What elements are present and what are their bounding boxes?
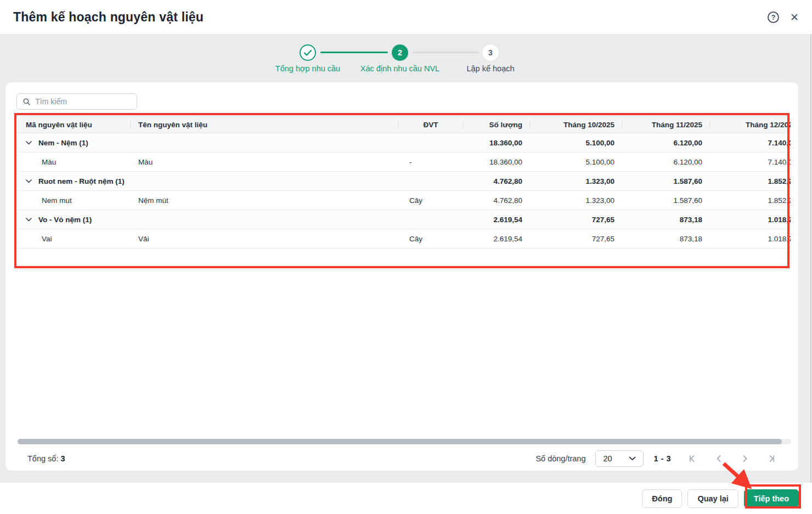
last-page-icon[interactable] (765, 453, 777, 465)
material-name: Nệm mút (131, 191, 398, 210)
titlebar-icons: ? ✕ (768, 12, 799, 23)
rows-per-page-select[interactable]: 20 (595, 450, 644, 467)
group-month-11: 6.120,00 (622, 133, 710, 152)
right-edge-divider (810, 34, 811, 483)
total-count-value: 3 (60, 454, 65, 463)
group-month-10: 5.100,00 (530, 133, 622, 152)
horizontal-scrollbar-track[interactable] (18, 439, 791, 444)
group-label: Vo - Vỏ nệm (1) (38, 216, 92, 224)
step-2-active-circle[interactable]: 2 (392, 44, 408, 61)
material-month-12: 1.852,20 (710, 191, 791, 210)
table-header-row: Mã nguyên vật liệu Tên nguyên vật liệu Đ… (18, 117, 791, 133)
material-month-10: 1.323,00 (530, 191, 622, 210)
column-header-name: Tên nguyên vật liệu (131, 117, 398, 133)
step-3-label: Lập kế hoạch (466, 64, 514, 73)
step-2-label: Xác định nhu cầu NVL (360, 64, 439, 73)
step-3-circle[interactable]: 3 (482, 44, 499, 61)
table-row[interactable]: Vai Vải Cây 2.619,54 727,65 873,18 1.018… (18, 229, 791, 248)
table-row[interactable]: Màu Màu - 18.360,00 5.100,00 6.120,00 7.… (18, 152, 791, 172)
material-name: Vải (131, 229, 398, 248)
group-quantity: 4.762,80 (463, 172, 530, 190)
group-month-12: 7.140,00 (710, 133, 791, 152)
material-month-10: 727,65 (530, 229, 622, 248)
material-unit: Cây (398, 191, 463, 210)
search-icon (23, 98, 30, 106)
group-month-12: 1.018,71 (710, 210, 791, 229)
pager-buttons (686, 453, 777, 465)
group-month-11: 873,18 (622, 210, 710, 229)
table-group-row[interactable]: Nem - Nệm (1) 18.360,00 5.100,00 6.120,0… (18, 133, 791, 152)
table-group-row[interactable]: Vo - Vỏ nệm (1) 2.619,54 727,65 873,18 1… (18, 210, 791, 229)
material-code: Nem mut (18, 191, 131, 210)
rows-per-page-value: 20 (603, 454, 612, 463)
group-label: Ruot nem - Ruột nệm (1) (38, 177, 125, 185)
material-plan-modal: Thêm kế hoạch nguyên vật liệu ? ✕ 2 3 Tổ… (0, 0, 812, 514)
material-month-11: 6.120,00 (622, 152, 710, 171)
stepper-connector-done (320, 52, 388, 53)
total-count: Tổng số:3 (27, 454, 65, 463)
materials-table: Mã nguyên vật liệu Tên nguyên vật liệu Đ… (18, 116, 791, 270)
total-count-label: Tổng số: (27, 454, 58, 463)
material-name: Màu (131, 152, 398, 171)
material-month-10: 5.100,00 (530, 152, 622, 171)
table-footer: Tổng số:3 Số dòng/trang 20 1 - 3 (18, 449, 777, 468)
material-unit: - (398, 152, 463, 171)
help-icon[interactable]: ? (768, 12, 779, 23)
group-month-12: 1.852,20 (710, 172, 791, 190)
chevron-down-icon[interactable] (26, 179, 32, 183)
pagination-controls: Số dòng/trang 20 1 - 3 (535, 450, 777, 467)
modal-titlebar: Thêm kế hoạch nguyên vật liệu ? ✕ (0, 0, 812, 34)
next-page-icon[interactable] (739, 453, 751, 465)
horizontal-scrollbar-thumb[interactable] (18, 439, 782, 444)
next-button[interactable]: Tiếp theo (744, 489, 799, 508)
material-month-12: 7.140,00 (710, 152, 791, 171)
material-quantity: 18.360,00 (463, 152, 530, 171)
column-header-month-12: Tháng 12/2025 (710, 117, 791, 133)
first-page-icon[interactable] (686, 453, 698, 465)
column-header-code: Mã nguyên vật liệu (18, 117, 131, 133)
material-month-11: 873,18 (622, 229, 710, 248)
group-quantity: 2.619,54 (463, 210, 530, 229)
material-quantity: 4.762,80 (463, 191, 530, 210)
modal-footer: Đóng Quay lại Tiếp theo (0, 483, 812, 514)
column-header-month-10: Tháng 10/2025 (530, 117, 622, 133)
material-code: Màu (18, 152, 131, 171)
step-1-label: Tổng hợp nhu cầu (275, 64, 340, 73)
search-input[interactable] (35, 97, 131, 106)
material-unit: Cây (398, 229, 463, 248)
column-header-unit: ĐVT (398, 117, 463, 133)
table-group-row[interactable]: Ruot nem - Ruột nệm (1) 4.762,80 1.323,0… (18, 172, 791, 191)
group-month-10: 727,65 (530, 210, 622, 229)
back-button[interactable]: Quay lại (687, 489, 738, 508)
group-label: Nem - Nệm (1) (38, 139, 88, 147)
check-icon (303, 49, 312, 57)
material-code: Vai (18, 229, 131, 248)
close-icon[interactable]: ✕ (790, 12, 799, 22)
search-box[interactable] (16, 93, 137, 110)
material-month-12: 1.018,71 (710, 229, 791, 248)
close-button[interactable]: Đóng (642, 489, 682, 508)
page-title: Thêm kế hoạch nguyên vật liệu (13, 10, 204, 25)
chevron-down-icon (629, 456, 636, 461)
step-1-done-circle[interactable] (300, 44, 316, 61)
material-quantity: 2.619,54 (463, 229, 530, 248)
rows-per-page-label: Số dòng/trang (535, 454, 585, 463)
previous-page-icon[interactable] (713, 453, 725, 465)
page-range: 1 - 3 (653, 454, 671, 463)
column-header-month-11: Tháng 11/2025 (622, 117, 710, 133)
table-row[interactable]: Nem mut Nệm mút Cây 4.762,80 1.323,00 1.… (18, 191, 791, 210)
group-month-11: 1.587,60 (622, 172, 710, 190)
column-header-quantity: Số lượng (463, 117, 530, 133)
chevron-down-icon[interactable] (26, 141, 32, 145)
stepper-connector-pending (413, 52, 478, 53)
content-panel: Mã nguyên vật liệu Tên nguyên vật liệu Đ… (5, 82, 798, 471)
group-quantity: 18.360,00 (463, 133, 530, 152)
group-month-10: 1.323,00 (530, 172, 622, 190)
material-month-11: 1.587,60 (622, 191, 710, 210)
chevron-down-icon[interactable] (26, 218, 32, 222)
